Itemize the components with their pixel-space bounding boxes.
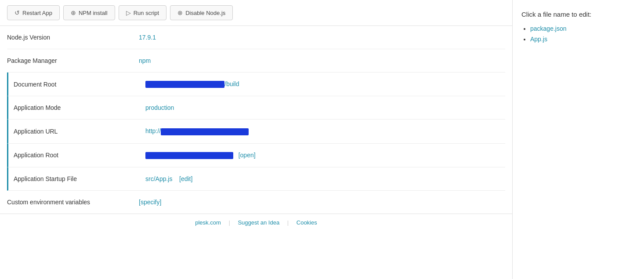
npm-install-label: NPM install (79, 10, 108, 16)
restart-app-label: Restart App (22, 10, 52, 16)
application-root-value: [open] (145, 152, 256, 159)
sidebar-file-link-app-js[interactable]: App.js (530, 36, 547, 43)
application-startup-file-value: src/App.js [edit] (145, 175, 192, 182)
application-url-link[interactable]: http:// (145, 127, 249, 134)
application-url-row: Application URL http:// (7, 120, 505, 143)
document-root-link[interactable]: /build (145, 80, 239, 87)
footer: plesk.com | Suggest an Idea | Cookies (0, 214, 512, 231)
application-url-value: http:// (145, 127, 249, 135)
custom-env-vars-link[interactable]: [specify] (139, 199, 161, 206)
document-root-label: Document Root (14, 81, 145, 88)
sidebar-file-item-app-js: App.js (530, 36, 635, 43)
application-root-redacted (145, 152, 233, 159)
application-root-row: Application Root [open] (7, 144, 505, 167)
footer-separator-2: | (287, 219, 289, 226)
custom-env-vars-label: Custom environment variables (7, 199, 139, 206)
application-url-redacted (161, 128, 249, 135)
application-mode-value: production (145, 104, 174, 111)
package-manager-label: Package Manager (7, 57, 139, 64)
run-script-label: Run script (134, 10, 159, 16)
run-script-button[interactable]: ▷ Run script (119, 5, 167, 20)
application-startup-file-edit-link[interactable]: [edit] (179, 175, 192, 182)
footer-separator-1: | (228, 219, 230, 226)
application-mode-label: Application Mode (14, 104, 145, 111)
npm-install-icon: ⊕ (71, 9, 76, 16)
footer-plesk-link[interactable]: plesk.com (195, 219, 221, 226)
nodejs-version-value: 17.9.1 (139, 34, 156, 41)
document-root-value: /build (145, 80, 239, 88)
restart-icon: ↺ (14, 9, 20, 16)
npm-install-button[interactable]: ⊕ NPM install (63, 5, 115, 20)
disable-nodejs-label: Disable Node.js (185, 10, 225, 16)
footer-cookies-link[interactable]: Cookies (297, 219, 317, 226)
info-table: Node.js Version 17.9.1 Package Manager n… (0, 26, 512, 214)
nodejs-version-link[interactable]: 17.9.1 (139, 34, 156, 41)
sidebar-file-item-package-json: package.json (530, 25, 635, 32)
restart-app-button[interactable]: ↺ Restart App (7, 5, 60, 20)
sidebar-file-list: package.json App.js (521, 25, 635, 43)
toolbar: ↺ Restart App ⊕ NPM install ▷ Run script… (0, 0, 512, 26)
sidebar-file-link-package-json[interactable]: package.json (530, 25, 567, 32)
application-root-open-link[interactable]: [open] (239, 152, 256, 159)
application-url-label: Application URL (14, 128, 145, 135)
package-manager-row: Package Manager npm (7, 49, 505, 72)
disable-nodejs-icon: ⊗ (177, 9, 183, 16)
nodejs-version-row: Node.js Version 17.9.1 (7, 26, 505, 49)
application-startup-file-label: Application Startup File (14, 175, 145, 182)
disable-nodejs-button[interactable]: ⊗ Disable Node.js (170, 5, 233, 20)
run-script-icon: ▷ (126, 9, 131, 16)
application-startup-file-row: Application Startup File src/App.js [edi… (7, 167, 505, 191)
document-root-row: Document Root /build (7, 72, 505, 96)
sidebar-title: Click a file name to edit: (521, 11, 635, 18)
application-startup-file-link[interactable]: src/App.js (145, 175, 172, 182)
nodejs-version-label: Node.js Version (7, 34, 139, 41)
document-root-redacted (145, 81, 224, 88)
application-root-link[interactable] (145, 152, 235, 159)
package-manager-value: npm (139, 57, 151, 64)
application-mode-row: Application Mode production (7, 96, 505, 120)
package-manager-link[interactable]: npm (139, 57, 151, 64)
sidebar: Click a file name to edit: package.json … (512, 0, 644, 279)
custom-env-vars-value: [specify] (139, 199, 161, 206)
application-mode-link[interactable]: production (145, 104, 174, 111)
custom-env-vars-row: Custom environment variables [specify] (7, 191, 505, 214)
application-root-label: Application Root (14, 152, 145, 159)
footer-suggest-link[interactable]: Suggest an Idea (238, 219, 279, 226)
